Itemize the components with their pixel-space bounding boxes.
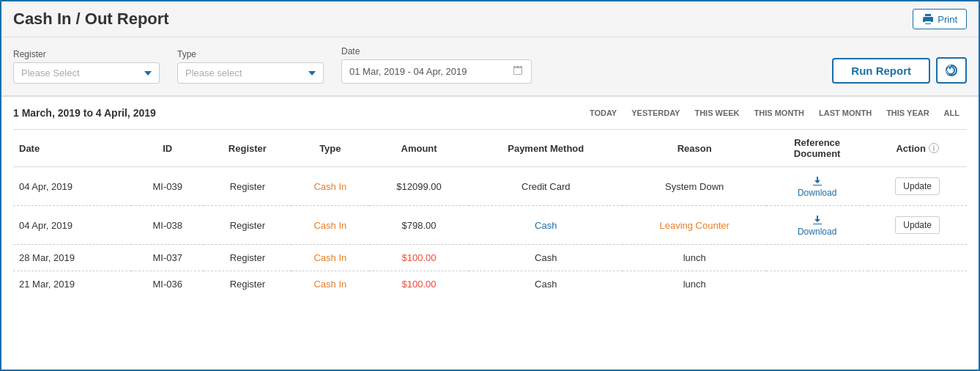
cell-action: Update: [868, 167, 967, 206]
register-select-value: Please Select: [21, 67, 80, 78]
cell-type: Cash In: [292, 167, 370, 206]
date-label: Date: [341, 46, 532, 56]
cell-register: Register: [204, 245, 291, 271]
cell-type: Cash In: [292, 206, 370, 245]
type-filter-group: Type Please select: [177, 49, 324, 84]
period-buttons: TODAY YESTERDAY THIS WEEK THIS MONTH LAS…: [582, 106, 967, 120]
download-label: Download: [798, 227, 836, 237]
col-reason: Reason: [623, 130, 765, 167]
col-register: Register: [204, 130, 291, 167]
cell-action: [868, 245, 967, 271]
cell-date: 04 Apr, 2019: [13, 206, 131, 245]
cell-ref-doc: [766, 245, 869, 271]
cell-date: 21 Mar, 2019: [13, 271, 131, 298]
report-table: Date ID Register Type Amount Payment Met…: [13, 129, 967, 297]
cell-ref-doc: Download: [766, 206, 869, 245]
register-label: Register: [13, 49, 160, 59]
cell-register: Register: [204, 167, 291, 206]
period-this-year[interactable]: THIS YEAR: [879, 106, 936, 120]
action-buttons: Run Report: [832, 57, 967, 84]
cell-amount: $100.00: [369, 245, 469, 271]
cell-amount: $100.00: [369, 271, 469, 298]
run-report-button[interactable]: Run Report: [832, 58, 930, 84]
cell-date: 04 Apr, 2019: [13, 167, 131, 206]
cell-ref-doc: Download: [766, 167, 869, 206]
download-icon: [811, 213, 824, 227]
cell-type: Cash In: [292, 271, 370, 298]
print-label: Print: [938, 14, 957, 25]
period-today[interactable]: TODAY: [582, 106, 624, 120]
report-section: 1 March, 2019 to 4 April, 2019 TODAY YES…: [1, 97, 979, 297]
cell-action: Update: [868, 206, 967, 245]
cell-id: MI-037: [131, 245, 204, 271]
table-row: 04 Apr, 2019 MI-038 Register Cash In $79…: [13, 206, 967, 245]
cell-payment-method: Cash: [469, 206, 623, 245]
col-amount: Amount: [369, 130, 469, 167]
period-this-week[interactable]: THIS WEEK: [687, 106, 746, 120]
table-row: 21 Mar, 2019 MI-036 Register Cash In $10…: [13, 271, 967, 298]
cell-reason: Leaving Counter: [623, 206, 765, 245]
cell-id: MI-039: [131, 167, 204, 206]
register-filter-group: Register Please Select: [13, 49, 160, 84]
cell-payment-method: Credit Card: [469, 167, 623, 206]
cell-reason: lunch: [623, 271, 765, 298]
date-value: 01 Mar, 2019 - 04 Apr, 2019: [349, 66, 467, 77]
col-type: Type: [292, 130, 370, 167]
cell-register: Register: [204, 206, 291, 245]
col-payment-method: Payment Method: [469, 130, 623, 167]
download-icon: [811, 175, 824, 188]
cell-register: Register: [204, 271, 291, 298]
cell-amount: $12099.00: [369, 167, 469, 206]
type-label: Type: [177, 49, 324, 59]
filter-bar: Register Please Select Type Please selec…: [1, 37, 979, 97]
cell-id: MI-036: [131, 271, 204, 298]
refresh-icon: [945, 64, 958, 77]
refresh-button[interactable]: [936, 57, 967, 84]
calendar-icon: [512, 65, 524, 78]
table-row: 28 Mar, 2019 MI-037 Register Cash In $10…: [13, 245, 967, 271]
col-action: Action i: [868, 130, 967, 167]
download-label: Download: [798, 188, 836, 198]
register-chevron-icon: [144, 71, 152, 76]
cell-id: MI-038: [131, 206, 204, 245]
action-info-icon: i: [929, 143, 939, 153]
type-chevron-icon: [308, 71, 316, 76]
date-range-row: 1 March, 2019 to 4 April, 2019 TODAY YES…: [13, 106, 967, 125]
period-this-month[interactable]: THIS MONTH: [747, 106, 812, 120]
cell-type: Cash In: [292, 245, 370, 271]
cell-payment-method: Cash: [469, 271, 623, 298]
print-icon: [922, 13, 934, 25]
page-title: Cash In / Out Report: [13, 10, 169, 29]
cell-action: [868, 271, 967, 298]
header-bar: Cash In / Out Report Print: [1, 1, 979, 37]
update-button[interactable]: Update: [895, 177, 940, 195]
cell-date: 28 Mar, 2019: [13, 245, 131, 271]
page-wrapper: Cash In / Out Report Print Register Plea…: [0, 0, 980, 371]
type-select[interactable]: Please select: [177, 62, 324, 84]
cell-reason: System Down: [623, 167, 765, 206]
col-id: ID: [131, 130, 204, 167]
col-date: Date: [13, 130, 131, 167]
action-header-label: Action: [896, 143, 925, 154]
cell-ref-doc: [766, 271, 869, 298]
period-yesterday[interactable]: YESTERDAY: [624, 106, 687, 120]
cell-reason: lunch: [623, 245, 765, 271]
type-select-value: Please select: [185, 67, 242, 78]
update-button[interactable]: Update: [895, 216, 940, 234]
date-range-text: 1 March, 2019 to 4 April, 2019: [13, 107, 156, 119]
date-filter-group: Date 01 Mar, 2019 - 04 Apr, 2019: [341, 46, 532, 84]
cell-payment-method: Cash: [469, 245, 623, 271]
period-all[interactable]: ALL: [937, 106, 967, 120]
register-select[interactable]: Please Select: [13, 62, 160, 84]
col-reference-document: ReferenceDocument: [766, 130, 869, 167]
cell-amount: $798.00: [369, 206, 469, 245]
table-row: 04 Apr, 2019 MI-039 Register Cash In $12…: [13, 167, 967, 206]
download-link[interactable]: Download: [798, 175, 836, 198]
period-last-month[interactable]: LAST MONTH: [812, 106, 879, 120]
download-link[interactable]: Download: [798, 213, 836, 237]
date-picker[interactable]: 01 Mar, 2019 - 04 Apr, 2019: [341, 59, 532, 84]
print-button[interactable]: Print: [913, 9, 967, 29]
